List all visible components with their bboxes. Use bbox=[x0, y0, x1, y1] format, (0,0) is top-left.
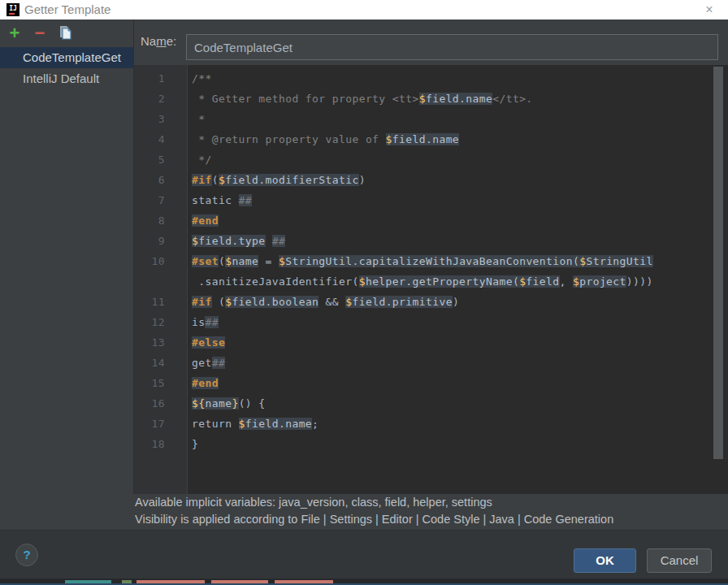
intellij-logo-icon: IJ bbox=[6, 3, 20, 16]
template-name-input[interactable] bbox=[186, 34, 718, 60]
list-item[interactable]: CodeTemplateGet bbox=[0, 47, 133, 68]
template-list: CodeTemplateGetIntelliJ Default bbox=[0, 47, 133, 89]
name-label: Name: bbox=[141, 20, 176, 63]
list-item[interactable]: IntelliJ Default bbox=[0, 68, 133, 89]
editor-scrollbar[interactable] bbox=[713, 67, 723, 459]
code-line[interactable]: 17return $field.name; bbox=[134, 414, 717, 434]
line-number: 17 bbox=[134, 414, 188, 434]
code-line[interactable]: 6#if($field.modifierStatic) bbox=[134, 170, 717, 190]
code-line[interactable]: 2 * Getter method for property <tt>$fiel… bbox=[134, 89, 717, 109]
code-line[interactable]: 16${name}() { bbox=[134, 393, 717, 414]
line-number: 9 bbox=[134, 231, 188, 251]
line-number: 3 bbox=[134, 109, 188, 129]
sidebar-toolbar: + − bbox=[0, 20, 133, 47]
template-sidebar: + − CodeTemplateGetIntelliJ Default bbox=[0, 20, 134, 494]
help-icon[interactable]: ? bbox=[15, 544, 38, 566]
line-number: 15 bbox=[134, 373, 188, 393]
line-number: 6 bbox=[134, 170, 188, 190]
add-template-icon[interactable]: + bbox=[6, 24, 24, 42]
close-icon[interactable]: × bbox=[700, 0, 718, 20]
editor-lines[interactable]: 1/**2 * Getter method for property <tt>$… bbox=[134, 68, 717, 454]
code-line[interactable]: 12is## bbox=[134, 312, 717, 332]
line-number: 1 bbox=[134, 68, 188, 89]
line-number: 8 bbox=[134, 210, 188, 231]
line-number: 10 bbox=[134, 251, 188, 271]
implicit-variables-hint: Available implicit variables: java_versi… bbox=[135, 494, 723, 511]
line-number: 12 bbox=[134, 312, 188, 332]
line-number: 7 bbox=[134, 190, 188, 210]
code-line[interactable]: 3 * bbox=[134, 109, 717, 129]
remove-template-icon[interactable]: − bbox=[31, 24, 49, 42]
line-number: 2 bbox=[134, 89, 188, 109]
code-line[interactable]: .sanitizeJavaIdentifier($helper.getPrope… bbox=[134, 271, 717, 292]
dialog-title: Getter Template bbox=[24, 0, 110, 20]
line-number: 13 bbox=[134, 332, 188, 353]
ok-button[interactable]: OK bbox=[574, 548, 636, 573]
code-line[interactable]: 10#set($name = $StringUtil.capitalizeWit… bbox=[134, 251, 717, 271]
code-line[interactable]: 9$field.type ## bbox=[134, 231, 717, 251]
code-line[interactable]: 7static ## bbox=[134, 190, 717, 210]
line-number: 5 bbox=[134, 150, 188, 170]
line-number: 14 bbox=[134, 353, 188, 373]
background-window-sliver bbox=[0, 578, 728, 585]
code-line[interactable]: 14get## bbox=[134, 353, 717, 373]
copy-template-icon[interactable] bbox=[56, 24, 74, 42]
title-bar: IJ Getter Template × bbox=[0, 0, 728, 20]
dialog-button-bar: ? OK Cancel bbox=[0, 530, 728, 578]
code-line[interactable]: 18} bbox=[134, 434, 717, 454]
code-line[interactable]: 11#if ($field.boolean && $field.primitiv… bbox=[134, 292, 717, 312]
line-number: 18 bbox=[134, 434, 188, 454]
visibility-hint: Visibility is applied according to File … bbox=[135, 511, 723, 528]
code-line[interactable]: 13#else bbox=[134, 332, 717, 353]
line-number bbox=[134, 271, 188, 292]
footer-hints: Available implicit variables: java_versi… bbox=[135, 494, 723, 528]
template-editor[interactable]: 1/**2 * Getter method for property <tt>$… bbox=[134, 65, 728, 494]
line-number: 11 bbox=[134, 292, 188, 312]
code-line[interactable]: 4 * @return property value of $field.nam… bbox=[134, 129, 717, 150]
code-line[interactable]: 8#end bbox=[134, 210, 717, 231]
line-number: 16 bbox=[134, 393, 188, 414]
line-number: 4 bbox=[134, 129, 188, 150]
code-line[interactable]: 15#end bbox=[134, 373, 717, 393]
code-line[interactable]: 1/** bbox=[134, 68, 717, 89]
code-line[interactable]: 5 */ bbox=[134, 150, 717, 170]
cancel-button[interactable]: Cancel bbox=[647, 548, 712, 573]
